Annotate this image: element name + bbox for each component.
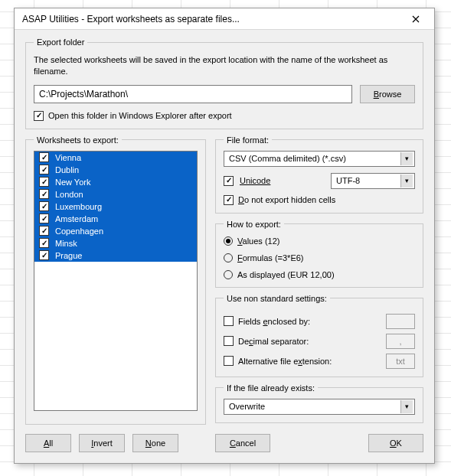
export-asdisplayed-radio[interactable] xyxy=(224,270,233,279)
open-after-label: Open this folder in Windows Explorer aft… xyxy=(48,111,232,120)
open-after-checkbox[interactable] xyxy=(34,111,44,121)
unicode-checkbox[interactable] xyxy=(224,176,234,186)
ok-button[interactable]: OK xyxy=(368,434,423,452)
nonstandard-group: Use non standard settings: Fields enclos… xyxy=(215,294,423,377)
unicode-label: Unicode xyxy=(240,176,270,185)
select-all-button[interactable]: All xyxy=(25,434,71,452)
file-exists-group: If the file already exists: Overwrite xyxy=(215,383,423,423)
file-format-combo[interactable]: CSV (Comma delimited) (*.csv) xyxy=(224,151,415,167)
file-format-legend: File format: xyxy=(224,135,272,145)
worksheet-name: London xyxy=(55,190,83,199)
worksheet-checkbox[interactable] xyxy=(39,177,49,187)
export-values-radio[interactable] xyxy=(224,236,233,246)
no-hidden-label: Do not export hidden cells xyxy=(238,195,335,204)
worksheet-item[interactable]: Dublin xyxy=(34,164,197,176)
worksheets-group: Worksheets to export: ViennaDublinNew Yo… xyxy=(25,135,206,425)
worksheet-checkbox[interactable] xyxy=(39,165,49,174)
worksheet-name: Dublin xyxy=(55,165,79,174)
worksheet-checkbox[interactable] xyxy=(39,152,49,162)
worksheet-item[interactable]: Vienna xyxy=(34,152,197,164)
close-button[interactable] xyxy=(400,11,431,28)
browse-button[interactable]: Browse xyxy=(360,85,415,103)
file-exists-combo[interactable]: Overwrite xyxy=(224,399,415,415)
encoding-value: UTF-8 xyxy=(336,176,400,185)
worksheet-name: Copenhagen xyxy=(55,227,103,236)
how-to-export-group: How to export: Values (12) Formulas (=3*… xyxy=(215,220,423,288)
worksheet-item[interactable]: Amsterdam xyxy=(34,213,197,225)
export-folder-group: Export folder The selected worksheets wi… xyxy=(25,37,423,129)
select-none-button[interactable]: None xyxy=(132,434,178,452)
file-format-value: CSV (Comma delimited) (*.csv) xyxy=(229,154,400,163)
chevron-down-icon xyxy=(400,152,413,165)
worksheet-list[interactable]: ViennaDublinNew YorkLondonLuxembourgAmst… xyxy=(34,151,198,411)
fields-enclosed-label: Fields enclosed by: xyxy=(238,317,310,326)
dialog-title: ASAP Utilities - Export worksheets as se… xyxy=(22,14,400,24)
nonstandard-legend: Use non standard settings: xyxy=(224,294,330,303)
worksheet-checkbox[interactable] xyxy=(39,214,49,223)
worksheet-name: Luxembourg xyxy=(55,202,102,211)
file-exists-legend: If the file already exists: xyxy=(224,383,318,393)
export-formulas-radio[interactable] xyxy=(224,253,233,262)
worksheet-name: Vienna xyxy=(55,153,81,162)
worksheet-checkbox[interactable] xyxy=(39,201,49,211)
worksheet-checkbox[interactable] xyxy=(39,226,49,236)
worksheet-checkbox[interactable] xyxy=(39,189,49,199)
no-hidden-checkbox[interactable] xyxy=(224,195,234,205)
export-folder-desc: The selected worksheets will be saved in… xyxy=(34,54,415,77)
decimal-sep-checkbox[interactable] xyxy=(224,336,234,346)
worksheet-item[interactable]: London xyxy=(34,188,197,201)
alt-ext-input xyxy=(386,354,415,369)
invert-button[interactable]: Invert xyxy=(79,434,125,452)
export-asdisplayed-label: As displayed (EUR 12,00) xyxy=(237,270,335,279)
export-dialog: ASAP Utilities - Export worksheets as se… xyxy=(14,8,435,464)
worksheet-name: Amsterdam xyxy=(55,214,98,223)
export-values-label: Values (12) xyxy=(237,236,279,246)
worksheet-name: Prague xyxy=(55,251,82,260)
worksheet-name: New York xyxy=(55,178,90,187)
worksheet-item[interactable]: New York xyxy=(34,176,197,188)
worksheet-checkbox[interactable] xyxy=(39,238,49,248)
alt-ext-label: Alternative file extension: xyxy=(238,357,332,366)
worksheet-item[interactable]: Minsk xyxy=(34,237,197,249)
worksheet-name: Minsk xyxy=(55,239,77,248)
encoding-combo[interactable]: UTF-8 xyxy=(331,173,415,189)
titlebar: ASAP Utilities - Export worksheets as se… xyxy=(15,8,434,30)
worksheet-item[interactable]: Luxembourg xyxy=(34,201,197,213)
fields-enclosed-input xyxy=(386,314,415,329)
worksheet-checkbox[interactable] xyxy=(39,250,49,260)
cancel-button[interactable]: Cancel xyxy=(215,434,270,452)
chevron-down-icon xyxy=(400,174,413,187)
worksheet-item[interactable]: Copenhagen xyxy=(34,225,197,237)
decimal-sep-label: Decimal separator: xyxy=(238,337,309,346)
decimal-sep-input xyxy=(386,334,415,349)
export-formulas-label: Formulas (=3*E6) xyxy=(237,253,304,262)
export-folder-legend: Export folder xyxy=(34,37,87,47)
close-icon xyxy=(412,15,420,23)
file-exists-value: Overwrite xyxy=(229,402,400,411)
export-path-input[interactable] xyxy=(34,85,352,103)
worksheet-item[interactable]: Prague xyxy=(34,249,197,262)
how-to-export-legend: How to export: xyxy=(224,220,284,229)
chevron-down-icon xyxy=(400,400,413,413)
worksheets-legend: Worksheets to export: xyxy=(34,135,122,145)
alt-ext-checkbox[interactable] xyxy=(224,356,234,366)
file-format-group: File format: CSV (Comma delimited) (*.cs… xyxy=(215,135,423,214)
fields-enclosed-checkbox[interactable] xyxy=(224,316,234,326)
